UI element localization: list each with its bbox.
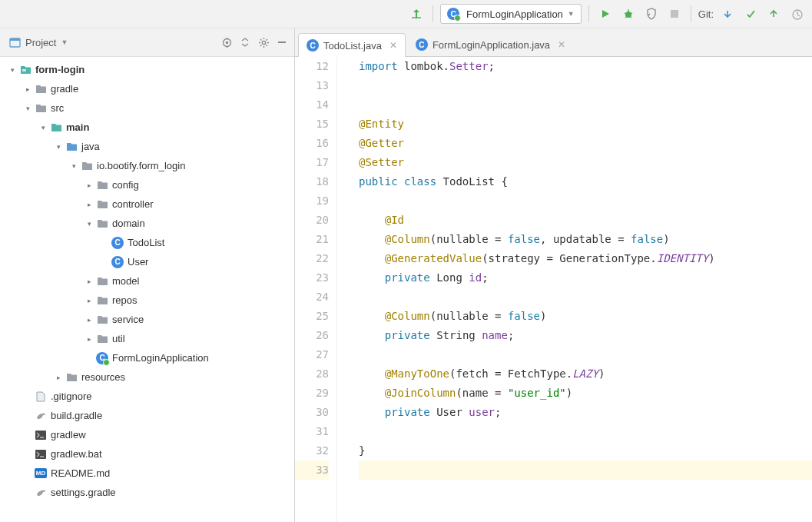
tree-item[interactable]: ▸config [0, 175, 294, 195]
gutter-line: 29 [295, 384, 329, 403]
code-line[interactable]: @JoinColumn(name = "user_id") [359, 384, 812, 403]
tree-item[interactable]: ▸repos [0, 291, 294, 310]
tree-item[interactable]: ▸service [0, 310, 294, 329]
code-line[interactable] [359, 345, 812, 364]
tree-label: repos [112, 294, 138, 306]
tree-icon: MD [34, 468, 48, 478]
expand-arrow-icon[interactable]: ▸ [83, 316, 95, 324]
expand-arrow-icon[interactable]: ▾ [52, 143, 65, 151]
tree-label: settings.gradle [51, 487, 116, 498]
code-line[interactable]: @Column(nullable = false) [359, 307, 812, 326]
tree-label: src [51, 102, 64, 114]
expand-arrow-icon[interactable]: ▸ [83, 181, 95, 189]
tree-icon [34, 411, 48, 421]
project-tree[interactable]: ▾form-login▸gradle▾src▾main▾java▾io.boot… [0, 57, 294, 522]
tree-icon [80, 161, 94, 171]
code-line[interactable] [359, 76, 812, 95]
code-line[interactable] [359, 422, 812, 441]
code-line[interactable] [359, 191, 812, 211]
tree-item[interactable]: ▸controller [0, 195, 294, 214]
code-line[interactable]: private Long id; [359, 268, 812, 288]
tree-item[interactable]: CFormLoginApplication [0, 348, 294, 367]
tree-label: README.md [51, 467, 110, 479]
code-line[interactable]: @Getter [359, 134, 812, 153]
tree-icon [65, 372, 78, 382]
tree-item[interactable]: CTodoList [0, 233, 294, 252]
gear-icon[interactable] [254, 33, 273, 52]
code-line[interactable]: @ManyToOne(fetch = FetchType.LAZY) [359, 364, 812, 384]
hide-icon[interactable] [273, 33, 291, 52]
build-icon[interactable] [407, 5, 426, 23]
tree-item[interactable]: build.gradle [0, 406, 294, 425]
tree-item[interactable]: CUser [0, 252, 294, 271]
code-line[interactable]: @Column(nullable = false, updatable = fa… [359, 230, 812, 249]
tree-item[interactable]: ▾form-login [0, 60, 294, 79]
code-line[interactable] [359, 95, 812, 115]
tree-label: gradlew.bat [51, 448, 102, 460]
expand-arrow-icon[interactable]: ▾ [22, 105, 34, 112]
tree-item[interactable]: ▸resources [0, 367, 294, 387]
history-icon[interactable] [787, 5, 806, 23]
main-toolbar: C FormLoginApplication ▼ Git: [0, 0, 812, 28]
tree-item[interactable]: ▾domain [0, 214, 294, 233]
code-line[interactable]: public class TodoList { [359, 172, 812, 191]
tree-item[interactable]: .gitignore [0, 387, 294, 406]
git-commit-icon[interactable] [741, 5, 760, 23]
editor-tab[interactable]: CTodoList.java✕ [298, 33, 406, 57]
tree-item[interactable]: ▾main [0, 118, 294, 137]
code-line[interactable] [359, 288, 812, 307]
code-line[interactable]: @Setter [359, 153, 812, 172]
select-opened-file-icon[interactable] [217, 33, 236, 52]
tree-item[interactable]: gradlew.bat [0, 444, 294, 464]
code-area[interactable]: 1213141516171819202122232425262728293031… [295, 57, 812, 522]
tree-label: TodoList [128, 237, 164, 248]
code-line[interactable]: @GeneratedValue(strategy = GenerationTyp… [359, 249, 812, 268]
expand-arrow-icon[interactable]: ▾ [83, 220, 95, 228]
stop-icon[interactable] [665, 5, 684, 23]
gutter-line: 14 [295, 95, 329, 115]
code-line[interactable]: @Id [359, 211, 812, 230]
expand-arrow-icon[interactable]: ▾ [68, 162, 80, 170]
code-line[interactable]: @Entity [359, 115, 812, 134]
tree-item[interactable]: ▾src [0, 98, 294, 118]
expand-all-icon[interactable] [236, 33, 254, 52]
code-line[interactable]: } [359, 441, 812, 460]
close-icon[interactable]: ✕ [389, 40, 397, 51]
tree-icon [34, 450, 48, 459]
code-line[interactable]: import lombok.Setter; [359, 57, 812, 76]
code-line[interactable]: private String name; [359, 326, 812, 345]
git-pull-icon[interactable] [718, 5, 737, 23]
tree-label: config [112, 179, 139, 191]
editor-tab[interactable]: CFormLoginApplication.java✕ [407, 32, 574, 56]
tree-item[interactable]: ▾java [0, 137, 294, 156]
expand-arrow-icon[interactable]: ▾ [37, 124, 49, 131]
tree-item[interactable]: ▾io.bootify.form_login [0, 156, 294, 175]
expand-arrow-icon[interactable]: ▸ [83, 297, 95, 304]
tree-label: gradle [51, 83, 78, 95]
tree-item[interactable]: ▸model [0, 271, 294, 291]
expand-arrow-icon[interactable]: ▸ [83, 278, 95, 285]
expand-arrow-icon[interactable]: ▸ [22, 85, 34, 93]
debug-icon[interactable] [619, 5, 638, 23]
expand-arrow-icon[interactable]: ▾ [6, 66, 18, 74]
tree-item[interactable]: MDREADME.md [0, 464, 294, 483]
code-line[interactable]: private User user; [359, 403, 812, 422]
run-icon[interactable] [596, 5, 615, 23]
git-push-icon[interactable] [764, 5, 783, 23]
gutter-line: 31 [295, 422, 329, 441]
close-icon[interactable]: ✕ [558, 39, 565, 50]
svg-rect-10 [35, 431, 46, 440]
code-line[interactable] [359, 460, 812, 480]
coverage-icon[interactable] [642, 5, 661, 23]
tool-window-title[interactable]: Project ▼ [3, 35, 74, 50]
tree-item[interactable]: ▸util [0, 329, 294, 348]
expand-arrow-icon[interactable]: ▸ [83, 201, 95, 208]
run-config-selector[interactable]: C FormLoginApplication ▼ [440, 4, 582, 24]
code-content[interactable]: import lombok.Setter; @Entity@Getter@Set… [337, 57, 812, 522]
tree-item[interactable]: gradlew [0, 425, 294, 444]
gutter-line: 27 [295, 345, 329, 364]
tree-item[interactable]: settings.gradle [0, 483, 294, 502]
expand-arrow-icon[interactable]: ▸ [52, 374, 65, 381]
expand-arrow-icon[interactable]: ▸ [83, 335, 95, 343]
tree-item[interactable]: ▸gradle [0, 79, 294, 98]
